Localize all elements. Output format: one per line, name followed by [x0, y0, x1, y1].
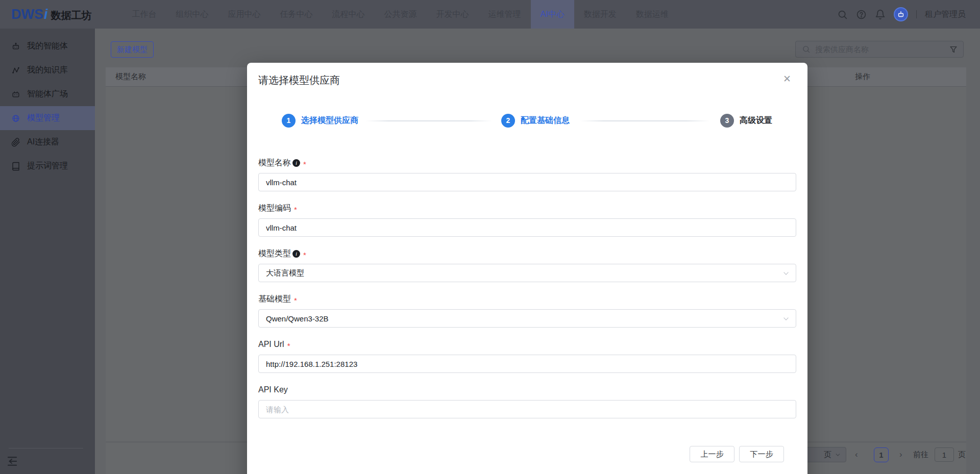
step-label: 高级设置 [740, 115, 772, 126]
globe-icon [11, 114, 20, 123]
sidebar: 我的智能体 我的知识库 智能体广场 模型管理 AI连接器 提示词管理 [0, 29, 95, 474]
step-connector-line [580, 120, 710, 121]
nav-item-app-center[interactable]: 应用中心 [218, 0, 271, 29]
required-asterisk: * [294, 294, 297, 305]
required-asterisk: * [294, 203, 297, 214]
provider-search-input[interactable] [815, 45, 949, 54]
step-select-provider[interactable]: 1 选择模型供应商 [282, 114, 358, 128]
logo-text-i: i [44, 7, 48, 22]
field-model-code: 模型编码 * [258, 202, 796, 237]
sidebar-item-my-knowledge[interactable]: 我的知识库 [0, 58, 95, 82]
nav-item-data-ops[interactable]: 数据运维 [626, 0, 678, 29]
new-model-button[interactable]: 新建模型 [111, 41, 154, 58]
field-label: 基础模型 [258, 294, 291, 305]
sidebar-item-ai-connector[interactable]: AI连接器 [0, 130, 95, 154]
robot-icon [11, 42, 20, 51]
knowledge-graph-icon [11, 66, 20, 75]
sidebar-item-label: 我的智能体 [27, 41, 68, 52]
step-number-badge: 2 [501, 114, 515, 128]
nav-item-ai-center[interactable]: AI中心 [531, 0, 574, 29]
close-icon[interactable]: ✕ [783, 74, 791, 84]
dialog-title: 请选择模型供应商 [247, 63, 807, 87]
model-name-input[interactable] [258, 173, 796, 191]
filter-funnel-icon[interactable] [949, 45, 958, 54]
field-model-type: 模型类型 i * 大语言模型 [258, 247, 796, 282]
search-icon [802, 45, 811, 54]
field-base-model: 基础模型 * Qwen/Qwen3-32B [258, 293, 796, 328]
field-label: 模型名称 [258, 158, 291, 168]
notebook-icon [11, 162, 20, 171]
api-key-input[interactable] [258, 400, 796, 418]
nav-item-org-center[interactable]: 组织中心 [166, 0, 218, 29]
sidebar-item-label: AI连接器 [27, 137, 59, 147]
select-model-provider-dialog: 请选择模型供应商 ✕ 1 选择模型供应商 2 配置基础信息 3 高级设置 模型名… [247, 63, 807, 474]
logo-text-name: 数据工坊 [51, 9, 92, 22]
next-step-button[interactable]: 下一步 [739, 446, 784, 462]
avatar-robot-icon [896, 10, 905, 19]
goto-page-unit: 页 [958, 447, 966, 462]
base-model-select[interactable]: Qwen/Qwen3-32B [258, 309, 796, 328]
current-page-button[interactable]: 1 [874, 447, 889, 462]
field-label: 模型编码 [258, 203, 291, 214]
step-basic-config[interactable]: 2 配置基础信息 [501, 114, 570, 128]
sidebar-item-prompt-manage[interactable]: 提示词管理 [0, 154, 95, 178]
search-icon[interactable] [837, 9, 848, 20]
selected-value: 大语言模型 [266, 268, 304, 278]
previous-step-button[interactable]: 上一步 [690, 446, 734, 462]
sidebar-item-label: 模型管理 [27, 113, 60, 123]
step-number-badge: 3 [720, 114, 734, 128]
user-role-label[interactable]: 租户管理员 [925, 9, 966, 20]
info-icon[interactable]: i [292, 159, 300, 167]
agent-square-icon [11, 90, 20, 99]
required-asterisk: * [287, 339, 290, 350]
sidebar-item-model-manage[interactable]: 模型管理 [0, 106, 95, 130]
next-page-arrow[interactable]: › [899, 447, 902, 462]
field-label: API Url [258, 340, 284, 349]
sidebar-item-my-agents[interactable]: 我的智能体 [0, 34, 95, 58]
dialog-footer: 上一步 下一步 [690, 446, 784, 462]
nav-item-public-resource[interactable]: 公共资源 [375, 0, 427, 29]
paperclip-icon [11, 138, 20, 147]
nav-item-workbench[interactable]: 工作台 [122, 0, 166, 29]
navbar-right: 租户管理员 [837, 7, 966, 21]
nav-item-task-center[interactable]: 任务中心 [271, 0, 323, 29]
help-icon[interactable] [856, 9, 867, 20]
wizard-stepper: 1 选择模型供应商 2 配置基础信息 3 高级设置 [247, 114, 807, 128]
prev-page-arrow[interactable]: ‹ [855, 447, 858, 462]
nav-item-data-dev[interactable]: 数据开发 [574, 0, 626, 29]
sidebar-item-label: 我的知识库 [27, 65, 68, 76]
required-asterisk: * [303, 248, 306, 259]
sidebar-item-label: 提示词管理 [27, 161, 68, 171]
basic-config-form: 模型名称 i * 模型编码 * 模型类型 i * 大语言模型 [247, 157, 807, 418]
nav-item-flow-center[interactable]: 流程中心 [323, 0, 375, 29]
nav-item-ops-manage[interactable]: 运维管理 [479, 0, 531, 29]
collapse-sidebar-icon[interactable] [6, 455, 19, 468]
column-header-actions: 操作 [837, 72, 888, 82]
column-header-model-name: 模型名称 [106, 72, 146, 82]
step-label: 选择模型供应商 [301, 115, 358, 126]
step-label: 配置基础信息 [521, 115, 570, 126]
step-connector-line [365, 120, 492, 121]
app-logo[interactable]: DWS i 数据工坊 [11, 7, 92, 22]
chevron-down-icon [782, 315, 790, 322]
top-navbar: DWS i 数据工坊 工作台 组织中心 应用中心 任务中心 流程中心 公共资源 … [0, 0, 980, 29]
bell-icon[interactable] [875, 9, 886, 20]
step-number-badge: 1 [282, 114, 296, 128]
goto-page-label: 前往 [913, 447, 928, 462]
required-asterisk: * [303, 158, 306, 168]
sidebar-item-agent-square[interactable]: 智能体广场 [0, 82, 95, 106]
info-icon[interactable]: i [292, 250, 300, 258]
model-type-select[interactable]: 大语言模型 [258, 264, 796, 282]
goto-page-input[interactable] [935, 447, 954, 462]
page-size-visible-text: 页 [824, 450, 831, 460]
field-label: API Key [258, 385, 288, 394]
sidebar-footer-divider [9, 448, 83, 448]
chevron-down-icon [835, 452, 841, 458]
model-code-input[interactable] [258, 218, 796, 237]
api-url-input[interactable] [258, 355, 796, 373]
step-advanced-settings[interactable]: 3 高级设置 [720, 114, 772, 128]
user-avatar[interactable] [894, 7, 908, 21]
navbar-divider [916, 10, 917, 18]
nav-item-dev-center[interactable]: 开发中心 [427, 0, 479, 29]
field-model-name: 模型名称 i * [258, 157, 796, 191]
